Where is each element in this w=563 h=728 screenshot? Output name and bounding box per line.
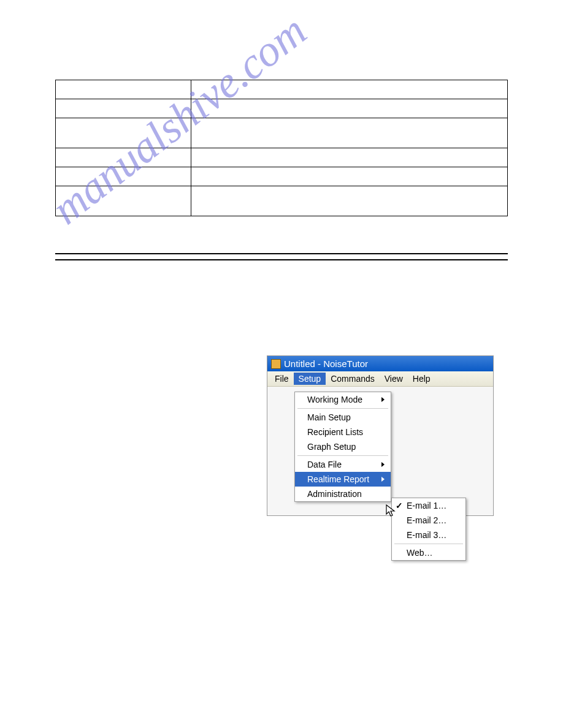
- menu-item-administration[interactable]: Administration: [295, 487, 391, 501]
- menu-item-label: Data File: [307, 460, 342, 469]
- submenu-item-label: E-mail 1…: [407, 501, 446, 510]
- menubar-item-help[interactable]: Help: [408, 373, 435, 385]
- setup-dropdown: Working ModeMain SetupRecipient ListsGra…: [294, 392, 391, 502]
- table-cell: [56, 148, 191, 167]
- section-divider: [55, 253, 508, 254]
- menubar-item-view[interactable]: View: [380, 373, 408, 385]
- checkmark-icon: ✓: [396, 501, 403, 510]
- spec-table: [55, 80, 508, 216]
- table-cell: [191, 148, 508, 167]
- menu-item-graph-setup[interactable]: Graph Setup: [295, 439, 391, 454]
- app-icon: [271, 359, 281, 369]
- table-cell: [56, 186, 191, 216]
- menu-item-label: Realtime Report: [307, 474, 369, 484]
- menu-item-main-setup[interactable]: Main Setup: [295, 410, 391, 425]
- menu-item-label: Graph Setup: [307, 442, 356, 452]
- menu-separator: [297, 408, 388, 409]
- menu-item-label: Main Setup: [307, 412, 351, 422]
- table-cell: [191, 186, 508, 216]
- menu-item-label: Administration: [307, 489, 362, 499]
- menubar-item-file[interactable]: File: [270, 373, 294, 385]
- realtime-report-submenu: ✓E-mail 1…E-mail 2…E-mail 3…Web…: [391, 498, 466, 561]
- submenu-item-e-mail-1-[interactable]: ✓E-mail 1…: [392, 498, 465, 513]
- window-title: Untitled - NoiseTutor: [284, 358, 368, 369]
- submenu-item-label: Web…: [407, 548, 433, 558]
- table-cell: [191, 167, 508, 186]
- table-cell: [191, 80, 508, 99]
- submenu-item-e-mail-2-[interactable]: E-mail 2…: [392, 513, 465, 528]
- menu-item-label: Recipient Lists: [307, 427, 363, 437]
- menubar: FileSetupCommandsViewHelp: [267, 371, 493, 387]
- table-cell: [191, 99, 508, 118]
- app-window: Untitled - NoiseTutor FileSetupCommandsV…: [267, 355, 494, 516]
- table-cell: [191, 118, 508, 148]
- menu-item-recipient-lists[interactable]: Recipient Lists: [295, 425, 391, 439]
- chevron-right-icon: [381, 462, 385, 467]
- menu-item-realtime-report[interactable]: Realtime Report: [295, 472, 391, 487]
- table-cell: [56, 118, 191, 148]
- titlebar: Untitled - NoiseTutor: [267, 356, 493, 371]
- menu-item-data-file[interactable]: Data File: [295, 457, 391, 472]
- submenu-item-label: E-mail 2…: [407, 515, 446, 525]
- menu-separator: [394, 544, 463, 544]
- submenu-item-e-mail-3-[interactable]: E-mail 3…: [392, 528, 465, 542]
- chevron-right-icon: [381, 477, 385, 482]
- table-cell: [56, 167, 191, 186]
- menu-separator: [297, 455, 388, 456]
- submenu-item-label: E-mail 3…: [407, 530, 446, 540]
- submenu-item-web-[interactable]: Web…: [392, 545, 465, 560]
- menu-item-working-mode[interactable]: Working Mode: [295, 392, 391, 407]
- menu-item-label: Working Mode: [307, 395, 362, 404]
- footer-divider: [55, 259, 508, 260]
- table-cell: [56, 80, 191, 99]
- table-cell: [56, 99, 191, 118]
- menubar-item-commands[interactable]: Commands: [326, 373, 380, 385]
- chevron-right-icon: [381, 397, 385, 402]
- menubar-item-setup[interactable]: Setup: [294, 373, 326, 385]
